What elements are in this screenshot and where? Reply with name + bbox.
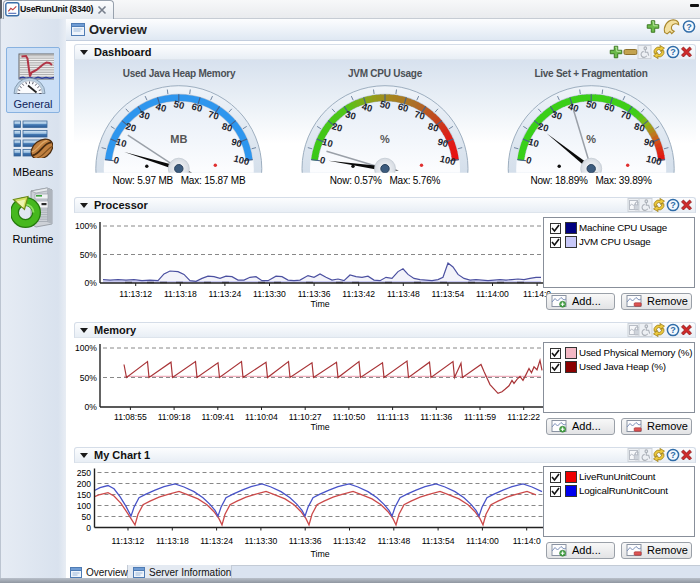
svg-text:0%: 0% [85, 402, 98, 412]
svg-text:100%: 100% [75, 221, 97, 231]
svg-text:Time: Time [310, 549, 329, 559]
svg-text:11:13:48: 11:13:48 [377, 536, 410, 546]
svg-text:11:12:22: 11:12:22 [507, 412, 540, 422]
svg-text:11:13:30: 11:13:30 [244, 536, 277, 546]
svg-text:11:13:42: 11:13:42 [333, 536, 366, 546]
svg-text:11:14:0: 11:14:0 [513, 536, 541, 546]
svg-text:11:14:00: 11:14:00 [466, 536, 499, 546]
svg-text:11:11:13: 11:11:13 [377, 412, 409, 422]
svg-text:11:13:54: 11:13:54 [422, 536, 455, 546]
svg-text:Time: Time [310, 422, 329, 432]
svg-text:11:09:18: 11:09:18 [158, 412, 191, 422]
svg-text:11:13:42: 11:13:42 [342, 289, 375, 299]
svg-text:50: 50 [81, 512, 91, 522]
svg-text:11:13:12: 11:13:12 [119, 289, 152, 299]
svg-text:150: 150 [77, 490, 92, 500]
svg-text:200: 200 [77, 479, 92, 489]
svg-text:11:13:24: 11:13:24 [208, 289, 241, 299]
svg-text:0%: 0% [85, 278, 98, 288]
svg-text:50%: 50% [80, 250, 98, 260]
svg-text:Time: Time [310, 299, 329, 309]
svg-text:11:13:36: 11:13:36 [289, 536, 322, 546]
svg-text:250: 250 [77, 468, 92, 478]
svg-text:11:09:41: 11:09:41 [201, 412, 234, 422]
svg-text:11:13:48: 11:13:48 [387, 289, 420, 299]
svg-text:11:13:18: 11:13:18 [156, 536, 189, 546]
svg-text:11:13:24: 11:13:24 [200, 536, 233, 546]
svg-text:11:08:55: 11:08:55 [114, 412, 147, 422]
svg-text:11:11:36: 11:11:36 [420, 412, 452, 422]
svg-text:11:10:27: 11:10:27 [289, 412, 322, 422]
svg-text:11:11:59: 11:11:59 [464, 412, 496, 422]
svg-text:11:13:18: 11:13:18 [164, 289, 197, 299]
svg-text:?: ? [670, 325, 676, 335]
svg-text:100: 100 [77, 501, 92, 511]
svg-text:11:13:30: 11:13:30 [253, 289, 286, 299]
svg-text:11:10:50: 11:10:50 [332, 412, 365, 422]
svg-text:11:13:36: 11:13:36 [298, 289, 331, 299]
svg-text:11:10:04: 11:10:04 [245, 412, 278, 422]
svg-text:?: ? [670, 450, 676, 460]
svg-text:100%: 100% [75, 343, 97, 353]
svg-text:11:13:54: 11:13:54 [431, 289, 464, 299]
svg-text:11:13:12: 11:13:12 [112, 536, 145, 546]
svg-text:0: 0 [86, 523, 91, 533]
svg-text:11:14:00: 11:14:00 [476, 289, 509, 299]
svg-text:50%: 50% [80, 373, 98, 383]
